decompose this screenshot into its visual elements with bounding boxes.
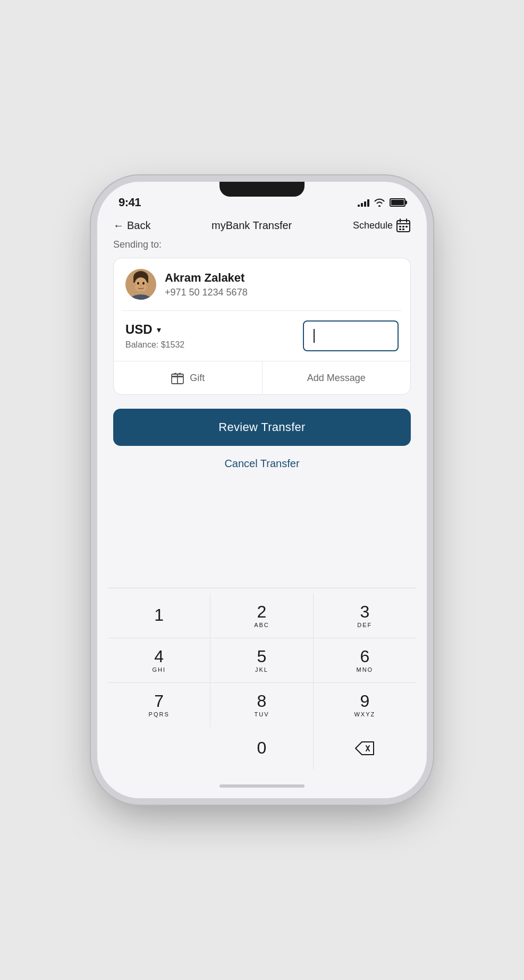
svg-point-11: [142, 282, 145, 285]
key-sub: JKL: [255, 666, 268, 673]
svg-rect-1: [399, 226, 401, 227]
svg-rect-2: [402, 226, 404, 227]
schedule-button[interactable]: Schedule: [353, 218, 411, 233]
key-main: 1: [154, 606, 164, 623]
notch: [219, 182, 305, 197]
key-sub: PQRS: [149, 711, 170, 717]
key-2[interactable]: 2 ABC: [210, 594, 313, 638]
key-sub: TUV: [254, 711, 269, 717]
key-1[interactable]: 1: [108, 594, 210, 638]
key-main: 3: [360, 603, 369, 620]
gift-icon: [171, 371, 184, 385]
calendar-icon: [396, 218, 411, 233]
card-actions: Gift Add Message: [114, 361, 410, 394]
key-sub: GHI: [152, 666, 166, 673]
review-transfer-button[interactable]: Review Transfer: [113, 409, 411, 446]
currency-row: USD ▾ Balance: $1532: [114, 311, 410, 361]
key-main: 8: [257, 692, 267, 709]
recipient-header: Akram Zalaket +971 50 1234 5678: [114, 258, 410, 310]
signal-icon: [358, 198, 369, 207]
cancel-transfer-button[interactable]: Cancel Transfer: [113, 458, 411, 470]
key-empty: [108, 727, 210, 770]
svg-point-10: [137, 282, 139, 285]
back-button[interactable]: ← Back: [113, 219, 150, 232]
recipient-name: Akram Zalaket: [165, 271, 248, 285]
svg-rect-5: [402, 229, 404, 230]
key-main: 5: [257, 648, 267, 665]
keypad-divider: [108, 588, 416, 588]
amount-input[interactable]: [303, 320, 399, 351]
recipient-phone: +971 50 1234 5678: [165, 287, 248, 298]
key-sub: ABC: [254, 622, 269, 628]
key-3[interactable]: 3 DEF: [314, 594, 416, 638]
svg-point-9: [134, 277, 147, 292]
key-6[interactable]: 6 MNO: [314, 638, 416, 683]
key-main: 7: [154, 692, 164, 709]
sending-to-label: Sending to:: [113, 239, 411, 250]
key-main: 4: [154, 648, 164, 665]
key-7[interactable]: 7 PQRS: [108, 683, 210, 727]
currency-code: USD: [125, 322, 153, 337]
key-9[interactable]: 9 WXYZ: [314, 683, 416, 727]
key-sub: DEF: [357, 622, 372, 628]
add-message-button[interactable]: Add Message: [263, 361, 411, 394]
wifi-icon: [374, 198, 385, 207]
key-main: 6: [360, 648, 369, 665]
phone-frame: 9:41: [97, 182, 427, 798]
key-8[interactable]: 8 TUV: [210, 683, 313, 727]
key-4[interactable]: 4 GHI: [108, 638, 210, 683]
status-icons: [358, 198, 405, 207]
currency-label: USD ▾: [125, 322, 184, 337]
main-content: Sending to:: [97, 239, 427, 577]
add-message-label: Add Message: [307, 373, 366, 384]
key-main: 2: [257, 603, 267, 620]
cursor: [314, 329, 315, 343]
screen: 9:41: [97, 182, 427, 798]
key-sub: WXYZ: [354, 711, 375, 717]
status-time: 9:41: [119, 196, 141, 209]
svg-rect-3: [405, 226, 408, 227]
page-title: myBank Transfer: [212, 219, 292, 232]
keypad-section: 1 2 ABC 3 DEF 4 GHI 5 JKL: [97, 588, 427, 780]
currency-selector[interactable]: USD ▾ Balance: $1532: [125, 322, 184, 350]
keypad-bottom-row: 0: [108, 727, 416, 770]
svg-rect-4: [399, 229, 401, 230]
back-label: Back: [127, 219, 150, 232]
backspace-icon: [353, 740, 376, 757]
key-5[interactable]: 5 JKL: [210, 638, 313, 683]
battery-icon: [390, 198, 405, 207]
back-arrow-icon: ←: [113, 219, 124, 232]
chevron-down-icon: ▾: [157, 325, 161, 335]
keypad-grid: 1 2 ABC 3 DEF 4 GHI 5 JKL: [108, 594, 416, 727]
svg-point-12: [133, 283, 136, 287]
backspace-button[interactable]: [314, 727, 416, 770]
key-main: 0: [257, 739, 267, 756]
key-sub: MNO: [356, 666, 373, 673]
gift-button[interactable]: Gift: [114, 361, 263, 394]
home-indicator: [219, 784, 305, 788]
recipient-card: Akram Zalaket +971 50 1234 5678 USD ▾ Ba…: [113, 258, 411, 395]
key-0[interactable]: 0: [210, 727, 313, 770]
svg-point-13: [146, 283, 149, 287]
avatar: [125, 269, 156, 300]
key-main: 9: [360, 692, 369, 709]
recipient-info: Akram Zalaket +971 50 1234 5678: [165, 271, 248, 298]
balance-text: Balance: $1532: [125, 340, 184, 350]
schedule-label: Schedule: [353, 220, 393, 231]
nav-bar: ← Back myBank Transfer Schedule: [97, 214, 427, 239]
gift-label: Gift: [190, 373, 205, 384]
